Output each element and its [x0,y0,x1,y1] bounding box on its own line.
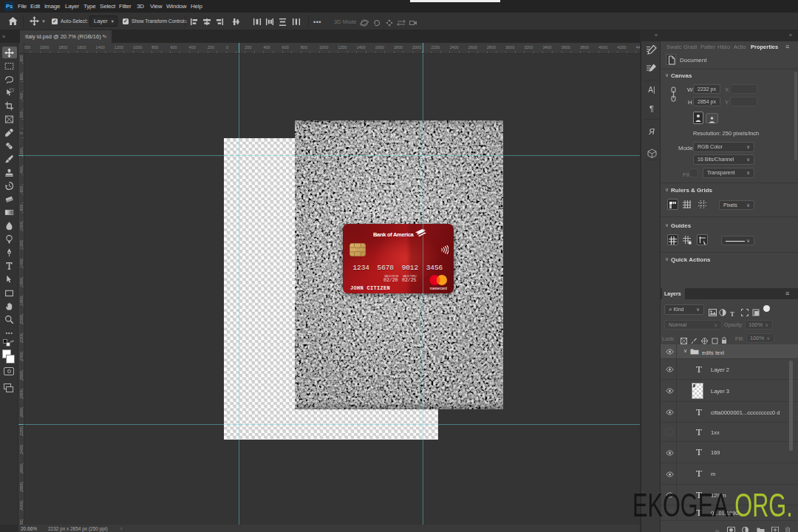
svg-text:mastercard: mastercard [430,287,447,290]
